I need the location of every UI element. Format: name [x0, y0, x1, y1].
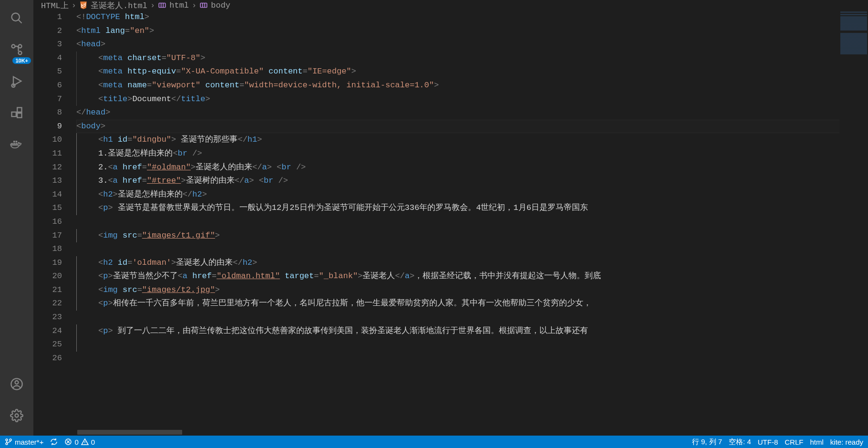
- svg-rect-9: [17, 113, 21, 117]
- breadcrumb-item[interactable]: 圣诞老人.html: [91, 0, 147, 11]
- code-content[interactable]: <!DOCTYPE html><html lang="en"><head><me…: [76, 10, 839, 436]
- line-gutter: 1234567891011121314151617181920212223242…: [33, 10, 76, 436]
- svg-rect-7: [12, 112, 16, 116]
- breadcrumb[interactable]: HTML上 › 圣诞老人.html › html › body: [33, 0, 868, 10]
- svg-rect-13: [13, 141, 15, 143]
- svg-point-17: [15, 414, 19, 417]
- svg-point-0: [12, 13, 20, 21]
- encoding[interactable]: UTF-8: [758, 438, 778, 446]
- file-html-icon: [79, 1, 88, 10]
- minimap[interactable]: [839, 10, 868, 436]
- activity-bar: 10K+: [0, 0, 33, 436]
- svg-rect-19: [201, 3, 207, 8]
- svg-rect-14: [16, 141, 18, 143]
- problems[interactable]: 0 0: [64, 438, 95, 446]
- scm-badge: 10K+: [12, 57, 31, 64]
- svg-rect-8: [17, 108, 21, 112]
- settings-gear-icon[interactable]: [5, 404, 28, 427]
- indentation[interactable]: 空格: 4: [729, 438, 751, 447]
- language-mode[interactable]: html: [810, 438, 823, 446]
- breadcrumb-item[interactable]: HTML上: [41, 0, 69, 11]
- editor-area: HTML上 › 圣诞老人.html › html › body 12345678…: [33, 0, 868, 436]
- symbol-icon: [199, 1, 208, 10]
- chevron-right-icon: ›: [192, 1, 196, 10]
- svg-rect-18: [159, 3, 165, 8]
- svg-point-16: [15, 381, 19, 384]
- git-branch[interactable]: master*+: [5, 438, 43, 446]
- svg-line-1: [19, 20, 22, 23]
- sync-icon[interactable]: [50, 438, 58, 446]
- breadcrumb-item[interactable]: html: [169, 1, 189, 10]
- svg-point-20: [6, 439, 8, 441]
- kite-status[interactable]: kite: ready: [830, 438, 863, 446]
- svg-point-22: [10, 439, 11, 441]
- extensions-icon[interactable]: [5, 101, 28, 124]
- breadcrumb-item[interactable]: body: [211, 1, 230, 10]
- code-editor[interactable]: 1234567891011121314151617181920212223242…: [33, 10, 868, 436]
- run-debug-icon[interactable]: [5, 70, 28, 93]
- source-control-icon[interactable]: 10K+: [5, 38, 28, 61]
- chevron-right-icon: ›: [72, 1, 76, 10]
- docker-icon[interactable]: [5, 133, 28, 156]
- accounts-icon[interactable]: [5, 373, 28, 396]
- chevron-right-icon: ›: [150, 1, 155, 10]
- svg-point-21: [6, 443, 8, 445]
- status-bar: master*+ 0 0 行 9, 列 7 空格: 4 UTF-8 CRLF h…: [0, 436, 868, 448]
- symbol-icon: [158, 1, 166, 10]
- svg-point-3: [19, 52, 22, 55]
- eol[interactable]: CRLF: [785, 438, 803, 446]
- svg-point-2: [12, 45, 15, 48]
- search-icon[interactable]: [5, 7, 28, 30]
- cursor-position[interactable]: 行 9, 列 7: [692, 438, 722, 447]
- horizontal-scrollbar[interactable]: [77, 430, 220, 435]
